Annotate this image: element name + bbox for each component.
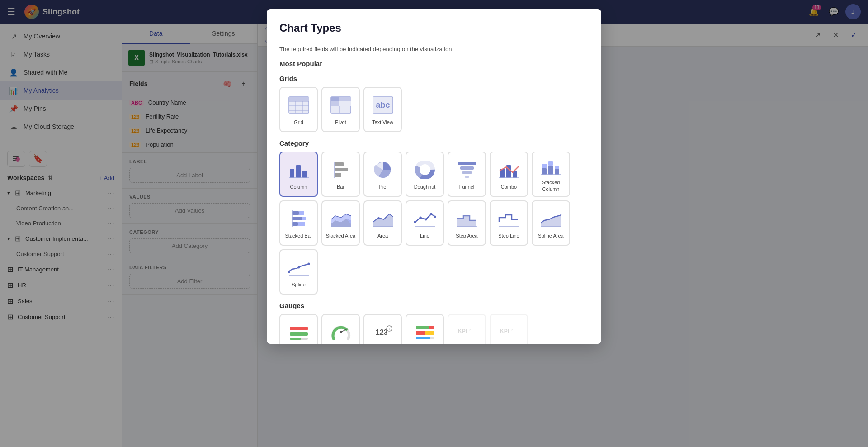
- svg-rect-74: [290, 332, 308, 336]
- svg-rect-87: [416, 337, 430, 339]
- stacked-area-label: Stacked Area: [326, 233, 355, 239]
- chart-type-stacked-bar[interactable]: Stacked Bar: [279, 200, 318, 246]
- svg-text:KPI: KPI: [500, 328, 509, 334]
- chart-type-kpi-vs-time[interactable]: KPI % KPI vs Time: [448, 314, 486, 344]
- chart-type-text-view[interactable]: abc Text View: [363, 87, 402, 132]
- text-gauge-icon: 123 +: [372, 321, 394, 343]
- svg-rect-52: [299, 211, 304, 215]
- chart-type-circular[interactable]: Circular: [321, 314, 360, 344]
- line-chart-icon: [414, 207, 436, 230]
- svg-rect-28: [335, 168, 348, 171]
- svg-rect-48: [555, 169, 559, 175]
- svg-rect-51: [292, 211, 299, 215]
- kpi-vs-target-icon: KPI %: [498, 321, 520, 343]
- svg-rect-38: [462, 171, 472, 174]
- chart-type-area[interactable]: Area: [363, 200, 402, 246]
- svg-rect-24: [296, 165, 301, 178]
- svg-rect-49: [555, 166, 559, 169]
- svg-rect-27: [335, 162, 344, 166]
- stacked-bar-icon: [288, 207, 310, 230]
- spline-area-icon: [540, 207, 562, 230]
- svg-rect-56: [298, 222, 305, 226]
- category-grid: Column Bar: [279, 152, 589, 295]
- chart-type-doughnut[interactable]: Doughnut: [406, 152, 444, 197]
- svg-rect-85: [416, 331, 425, 335]
- spline-area-label: Spline Area: [538, 233, 563, 239]
- area-label: Area: [377, 233, 388, 239]
- grid-label: Grid: [294, 119, 303, 125]
- chart-type-pie[interactable]: Pie: [363, 152, 402, 197]
- section-gauges: Gauges: [279, 302, 589, 309]
- svg-point-62: [425, 218, 427, 220]
- svg-text:%: %: [510, 328, 513, 332]
- section-grids: Grids: [279, 75, 589, 82]
- pivot-icon: [330, 94, 352, 116]
- svg-rect-36: [458, 162, 476, 165]
- spline-label: Spline: [292, 281, 306, 288]
- step-line-icon: [498, 207, 520, 230]
- step-line-label: Step Line: [498, 233, 519, 239]
- linear-gauge-icon: [288, 321, 310, 343]
- bullet-graph-icon: [414, 321, 436, 343]
- bar-chart-icon: [330, 158, 352, 181]
- modal-description: The required fields will be indicated de…: [279, 46, 589, 52]
- chart-type-column[interactable]: Column: [279, 152, 318, 197]
- svg-rect-25: [302, 171, 307, 178]
- svg-line-78: [341, 329, 346, 332]
- chart-type-linear[interactable]: Linear: [279, 314, 318, 344]
- doughnut-label: Doughnut: [414, 184, 436, 190]
- circular-gauge-icon: [330, 321, 352, 343]
- svg-rect-55: [292, 222, 298, 226]
- chart-type-kpi-vs-target[interactable]: KPI % KPI vs Target: [490, 314, 528, 344]
- stacked-column-label: Stacked Column: [534, 179, 567, 192]
- svg-rect-37: [460, 166, 474, 170]
- doughnut-chart-icon: [414, 158, 436, 181]
- stacked-bar-label: Stacked Bar: [285, 233, 312, 239]
- funnel-chart-icon: [456, 158, 478, 181]
- modal-overlay: Chart Types The required fields will be …: [0, 0, 868, 447]
- chart-type-spline-area[interactable]: Spline Area: [532, 200, 570, 246]
- svg-rect-11: [295, 97, 302, 101]
- svg-rect-29: [335, 173, 341, 177]
- chart-type-pivot[interactable]: Pivot: [321, 87, 360, 132]
- step-area-label: Step Area: [456, 233, 477, 239]
- svg-text:%: %: [468, 328, 471, 332]
- svg-rect-45: [542, 164, 547, 168]
- svg-rect-23: [290, 169, 294, 178]
- svg-text:123: 123: [376, 328, 388, 336]
- stacked-column-icon: [540, 156, 562, 176]
- chart-type-bullet-graph[interactable]: Bullet Graph: [406, 314, 444, 344]
- chart-type-step-line[interactable]: Step Line: [490, 200, 528, 246]
- svg-rect-53: [292, 217, 302, 220]
- chart-type-line[interactable]: Line: [406, 200, 444, 246]
- chart-type-combo[interactable]: Combo: [490, 152, 528, 197]
- svg-point-70: [297, 266, 300, 268]
- chart-type-text-gauge[interactable]: 123 + Text: [363, 314, 402, 344]
- svg-rect-20: [339, 101, 351, 106]
- spline-icon: [288, 256, 310, 279]
- column-label: Column: [290, 184, 307, 190]
- pivot-label: Pivot: [335, 119, 346, 125]
- chart-type-stacked-area[interactable]: Stacked Area: [321, 200, 360, 246]
- section-category: Category: [279, 139, 589, 147]
- chart-type-step-area[interactable]: Step Area: [448, 200, 486, 246]
- chart-type-funnel[interactable]: Funnel: [448, 152, 486, 197]
- pie-chart-icon: [372, 158, 394, 181]
- svg-point-63: [430, 213, 432, 215]
- area-chart-icon: [372, 207, 394, 230]
- chart-type-stacked-column[interactable]: Stacked Column: [532, 152, 570, 197]
- chart-type-grid[interactable]: Grid: [279, 87, 318, 132]
- svg-text:+: +: [388, 328, 390, 331]
- svg-rect-83: [416, 326, 429, 329]
- bar-label: Bar: [337, 184, 344, 190]
- combo-label: Combo: [501, 184, 517, 190]
- chart-type-spline[interactable]: Spline: [279, 249, 318, 295]
- svg-rect-10: [289, 97, 295, 101]
- svg-rect-76: [290, 338, 301, 340]
- stacked-area-icon: [330, 207, 352, 230]
- svg-rect-19: [331, 101, 339, 106]
- combo-chart-icon: [498, 158, 520, 181]
- chart-type-bar[interactable]: Bar: [321, 152, 360, 197]
- modal-title: Chart Types: [279, 22, 589, 34]
- svg-rect-46: [548, 166, 553, 175]
